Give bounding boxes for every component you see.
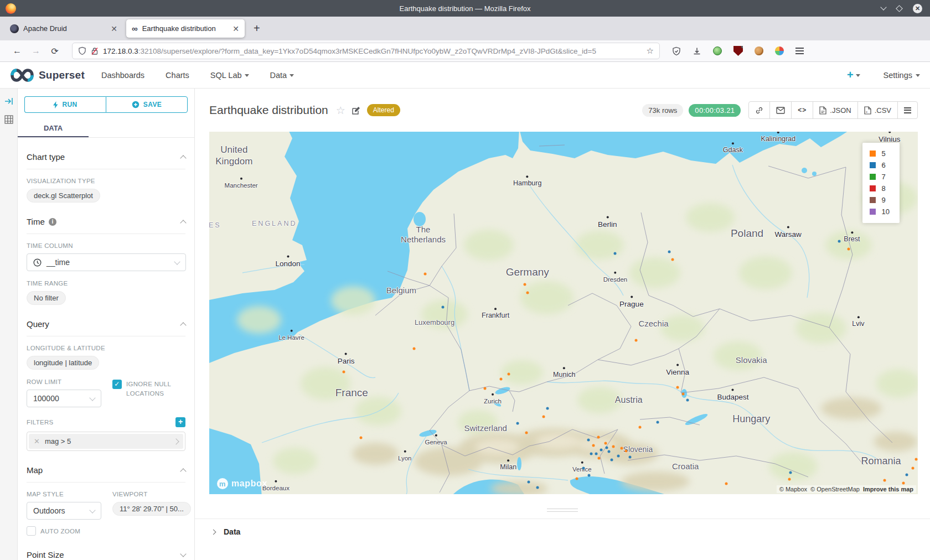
cookie-extension-icon[interactable]	[755, 46, 763, 55]
protections-shield-icon[interactable]	[672, 46, 681, 56]
chevron-right-icon	[211, 529, 216, 535]
extension-green-icon[interactable]	[713, 46, 722, 55]
row-limit-select[interactable]: 100000	[27, 390, 101, 407]
chart-title: Earthquake distribution	[209, 103, 328, 117]
tab-close-icon[interactable]: ✕	[232, 24, 239, 33]
scatter-point-mag5	[624, 450, 627, 453]
section-header[interactable]: Point Size	[27, 550, 185, 560]
viz-type-pill[interactable]: deck.gl Scatterplot	[27, 189, 100, 203]
extension-pinwheel-icon[interactable]	[775, 46, 784, 55]
back-button[interactable]: ←	[8, 46, 27, 56]
legend-label: 9	[882, 196, 886, 204]
filter-item[interactable]: ✕ mag > 5	[29, 434, 183, 449]
url-bar[interactable]: 172.18.0.3:32108/superset/explore/?form_…	[72, 43, 660, 59]
dataset-grid-icon[interactable]	[4, 115, 13, 124]
window-close-icon[interactable]: ✕	[913, 4, 922, 13]
osm-attribution-link[interactable]: © OpenStreetMap	[810, 486, 860, 492]
scatter-point-mag6	[686, 398, 689, 401]
rows-badge: 73k rows	[642, 104, 683, 117]
viewport-pill[interactable]: 11° 28' 29.70" | 50...	[112, 502, 191, 516]
ignore-null-checkbox[interactable]: ✓	[112, 380, 122, 389]
section-query: Query LONGITUDE & LATITUDE longitude | l…	[27, 319, 185, 451]
tab-apache-druid[interactable]: Apache Druid ✕	[4, 19, 123, 38]
copy-link-button[interactable]	[749, 102, 769, 118]
map-label: Milan	[500, 463, 516, 472]
downloads-icon[interactable]	[693, 46, 701, 56]
auto-zoom-checkbox[interactable]	[27, 526, 36, 536]
legend-label: 8	[882, 184, 886, 193]
scatter-point-mag5	[604, 442, 607, 444]
nav-charts[interactable]: Charts	[166, 71, 189, 80]
insecure-lock-icon[interactable]	[91, 47, 99, 55]
scatter-point-mag6	[595, 453, 597, 455]
mapbox-logo[interactable]: m mapbox	[217, 478, 267, 489]
expand-panel-icon[interactable]	[4, 97, 13, 105]
window-maximize-icon[interactable]	[896, 5, 903, 12]
legend-item: 7	[870, 173, 890, 181]
remove-filter-icon[interactable]: ✕	[34, 437, 40, 445]
map-label: The Netherlands	[401, 225, 446, 246]
scatter-point-mag5	[902, 482, 905, 485]
edit-properties-icon[interactable]	[352, 106, 360, 115]
altered-badge: Altered	[367, 104, 400, 116]
field-label: VIEWPORT	[112, 491, 191, 497]
map-label: Poland	[731, 227, 763, 240]
menu-icon[interactable]	[795, 48, 804, 54]
tab-data[interactable]: DATA	[18, 120, 89, 137]
chevron-down-icon	[89, 507, 95, 513]
save-button[interactable]: SAVE	[106, 96, 188, 113]
data-panel-toggle[interactable]: Data	[211, 527, 930, 536]
map-style-select[interactable]: Outdoors	[27, 502, 101, 520]
nav-data[interactable]: Data	[270, 71, 294, 80]
add-new-button[interactable]: +	[847, 69, 860, 81]
city-dot	[494, 308, 497, 310]
embed-code-button[interactable]: <>	[791, 102, 813, 118]
email-button[interactable]	[769, 102, 791, 118]
scatter-point-mag6	[606, 447, 608, 449]
settings-menu[interactable]: Settings	[884, 71, 920, 80]
forward-button[interactable]: →	[27, 46, 45, 56]
more-options-button[interactable]	[897, 102, 917, 118]
ublock-icon[interactable]: 2	[733, 46, 743, 56]
improve-map-link[interactable]: Improve this map	[863, 486, 913, 492]
scatter-point-mag6	[590, 453, 592, 455]
section-header[interactable]: Chart type	[27, 152, 185, 169]
add-filter-button[interactable]: +	[175, 417, 185, 427]
section-time: Timei TIME COLUMN __time TIME RANGE No f…	[27, 217, 185, 305]
map-label: Hungary	[732, 413, 770, 426]
legend-item: 6	[870, 161, 890, 169]
mapbox-attribution-link[interactable]: © Mapbox	[779, 486, 807, 492]
bookmark-star-icon[interactable]: ☆	[647, 46, 654, 56]
superset-logo[interactable]: Superset	[10, 68, 85, 82]
run-button[interactable]: RUN	[24, 96, 106, 113]
map-label: Brest	[844, 235, 860, 244]
tab-earthquake-distribution[interactable]: ∞ Earthquake distribution ✕	[126, 19, 245, 38]
time-column-select[interactable]: __time	[27, 253, 186, 271]
export-csv-button[interactable]: x .CSV	[857, 102, 897, 118]
scatter-point-mag6	[536, 486, 539, 489]
reload-button[interactable]: ⟳	[45, 46, 64, 56]
section-header[interactable]: Query	[27, 319, 185, 336]
scatter-point-mag5	[424, 272, 427, 275]
map-label: France	[335, 386, 368, 400]
field-label: VISUALIZATION TYPE	[27, 178, 185, 184]
nav-dashboards[interactable]: Dashboards	[101, 71, 144, 80]
chevron-up-icon	[180, 322, 186, 328]
tab-close-icon[interactable]: ✕	[111, 24, 117, 33]
nav-sql-lab[interactable]: SQL Lab	[210, 71, 249, 80]
favorite-star-icon[interactable]: ☆	[336, 104, 345, 117]
resize-handle[interactable]	[547, 509, 578, 512]
new-tab-button[interactable]: +	[248, 22, 266, 35]
city-dot	[492, 393, 494, 396]
export-json-button[interactable]: .JSON	[813, 102, 857, 118]
deckgl-map[interactable]: United KingdomManchesterENGLANDLondonESL…	[209, 132, 918, 494]
tracking-shield-icon[interactable]	[78, 46, 86, 55]
time-range-pill[interactable]: No filter	[27, 291, 66, 305]
lonlat-pill[interactable]: longitude | latitude	[27, 356, 99, 370]
section-header[interactable]: Map	[27, 465, 185, 483]
window-minimize-icon[interactable]	[880, 4, 886, 10]
checkbox-label: AUTO ZOOM	[40, 528, 80, 535]
city-dot	[631, 295, 633, 298]
scatter-point-mag6	[614, 252, 617, 255]
section-header[interactable]: Timei	[27, 217, 185, 234]
